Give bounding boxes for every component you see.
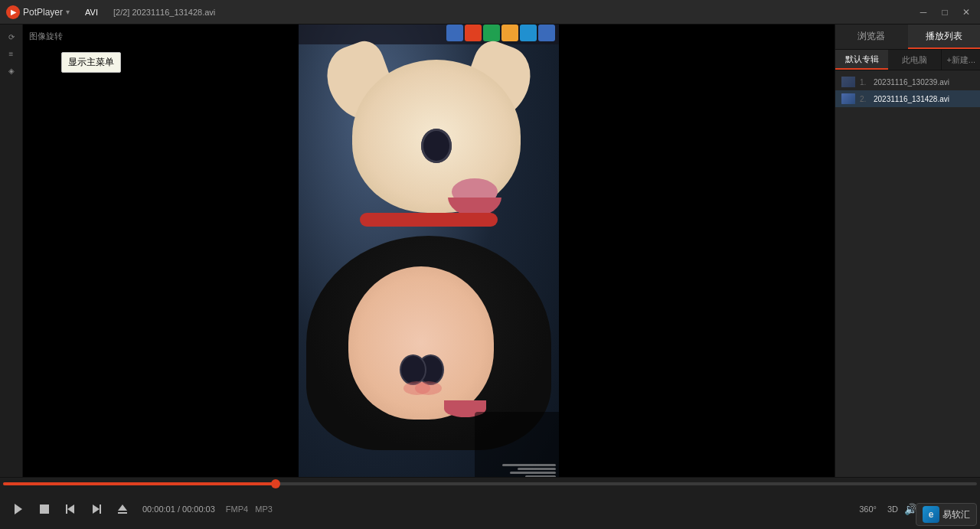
progress-track[interactable] [3,482,977,485]
play-button[interactable] [6,497,31,521]
svg-rect-1 [40,505,49,514]
time-display: 00:00:01 / 00:00:03 [136,505,221,514]
logo-e-icon: e [923,506,939,523]
video-content [299,24,559,477]
app-dropdown-arrow[interactable]: ▾ [66,8,70,16]
girl-eye-right [400,354,426,385]
format-info: FMP4 MP3 [223,505,276,514]
titlebar: ▶ PotPlayer ▾ AVI [2/2] 20231116_131428.… [0,0,980,24]
dog-face [352,60,521,213]
left-tool-1[interactable]: ⟳ [2,29,21,44]
overlay-line-2 [518,468,556,470]
tab-playlist[interactable]: 播放列表 [908,24,981,49]
svg-marker-4 [93,505,100,514]
app-name: PotPlayer [23,7,63,18]
girl-cheek-right [415,381,442,395]
thumb-img-2 [841,93,855,104]
app-logo-icon: ▶ [6,5,20,19]
minimize-button[interactable]: ─ [913,5,934,20]
subtab-this-pc[interactable]: 此电脑 [888,50,941,70]
logo-text: 易软汇 [942,508,970,521]
left-tool-3[interactable]: ◈ [2,63,21,78]
tab-browser[interactable]: 浏览器 [835,24,908,49]
titlebar-tabs: AVI [76,6,107,18]
overlay-line-1 [502,464,556,466]
playlist-thumb-1 [841,77,855,87]
next-button[interactable] [84,497,109,521]
right-panel: 浏览器 播放列表 默认专辑 此电脑 +新建... 1. 20231116_130… [835,24,980,477]
girl-face [348,266,494,420]
titlebar-filename: [2/2] 20231116_131428.avi [107,8,913,17]
playlist-add-button[interactable]: +新建... [941,50,980,70]
logo-letter: e [929,509,934,520]
time-total: 00:00:03 [182,505,215,514]
svg-marker-0 [15,504,22,514]
playlist-item[interactable]: 1. 20231116_130239.avi [835,73,980,90]
progress-area [0,478,980,490]
overlay-line-3 [510,472,556,474]
video-bottom-overlay [475,412,559,478]
playlist-num-1: 1. [860,78,869,87]
prev-button[interactable] [58,497,83,521]
image-rotate-label: 图像旋转 [29,31,63,42]
bottom-right-logo: e 易软汇 [916,503,977,526]
playlist-filename-1: 20231116_130239.avi [874,78,949,87]
svg-marker-6 [118,505,127,511]
svg-rect-3 [66,505,67,514]
bottom-controls-bar: 00:00:01 / 00:00:03 FMP4 MP3 360° 3D 🔊 e [0,477,980,529]
tab-avi[interactable]: AVI [79,6,104,18]
format1: FMP4 [226,505,248,514]
main-layout: ⟳ ≡ ◈ 显示主菜单 图像旋转 [0,24,980,477]
playlist-items: 1. 20231116_130239.avi 2. 20231116_13142… [835,70,980,477]
controls-row: 00:00:01 / 00:00:03 FMP4 MP3 360° 3D 🔊 [0,490,980,529]
svg-rect-5 [100,505,101,514]
thumb-img-1 [841,77,855,87]
app-logo[interactable]: ▶ PotPlayer ▾ [0,5,76,19]
right-panel-tabs: 浏览器 播放列表 [835,24,980,50]
dog-eye-right [421,129,452,163]
playlist-subtabs: 默认专辑 此电脑 +新建... [835,50,980,70]
maximize-button[interactable]: □ [934,5,956,20]
btn-3d[interactable]: 3D [883,500,903,518]
svg-rect-7 [118,512,127,514]
playlist-item-active[interactable]: 2. 20231116_131428.avi [835,90,980,107]
svg-marker-2 [67,505,74,514]
playlist-filename-2: 20231116_131428.avi [874,95,949,103]
video-frame [299,24,559,477]
btn-360[interactable]: 360° [854,500,881,518]
eject-button[interactable] [110,497,135,521]
left-toolbar: ⟳ ≡ ◈ [0,24,23,477]
video-area[interactable]: 显示主菜单 图像旋转 [23,24,835,477]
left-tool-2[interactable]: ≡ [2,46,21,61]
progress-fill [3,482,276,485]
close-button[interactable]: ✕ [956,5,977,20]
context-menu-tooltip: 显示主菜单 [61,52,121,73]
progress-thumb[interactable] [271,479,280,488]
titlebar-controls: ─ □ ✕ [913,5,980,20]
format2: MP3 [255,505,273,514]
stop-button[interactable] [32,497,57,521]
playlist-num-2: 2. [860,95,869,103]
time-current: 00:00:01 [142,505,175,514]
playlist-thumb-2 [841,93,855,104]
dog-character [314,37,544,251]
subtab-default-album[interactable]: 默认专辑 [835,50,888,70]
